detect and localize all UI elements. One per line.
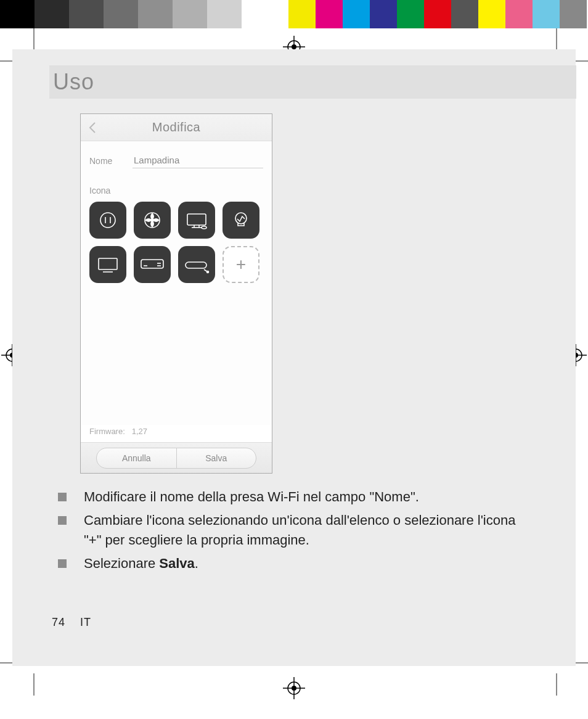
footer-button-group: Annulla Salva <box>96 448 256 469</box>
tv-icon[interactable] <box>89 246 126 283</box>
name-input[interactable] <box>133 152 263 168</box>
firmware-label: Firmware: 1,27 <box>89 427 147 436</box>
list-item-bold: Salva <box>159 556 195 571</box>
phone-footer: Annulla Salva <box>81 442 272 473</box>
bulb-icon[interactable] <box>223 202 259 239</box>
bullet-icon <box>58 516 67 525</box>
name-label: Nome <box>89 156 124 168</box>
desktop-icon[interactable] <box>178 202 215 239</box>
crop-mark <box>556 673 557 696</box>
cancel-button[interactable]: Annulla <box>97 448 177 468</box>
bullet-icon <box>58 493 67 501</box>
phone-screenshot: Modifica Nome Icona <box>80 113 272 474</box>
svg-point-15 <box>292 686 296 691</box>
soundbar-icon[interactable] <box>178 246 215 283</box>
list-item-text: Selezionare Salva. <box>84 554 198 573</box>
save-button[interactable]: Salva <box>177 448 256 468</box>
instruction-list: Modificare il nome della presa Wi-Fi nel… <box>55 487 530 577</box>
firmware-value: 1,27 <box>132 427 147 436</box>
phone-header: Modifica <box>81 114 272 141</box>
svg-rect-29 <box>141 260 163 268</box>
crop-mark <box>33 28 35 51</box>
list-item: Cambiare l'icona selezionando un'icona d… <box>55 511 530 550</box>
svg-rect-27 <box>99 258 117 269</box>
icon-grid: + <box>89 202 263 283</box>
bullet-icon <box>58 559 67 568</box>
section-heading-bar: Uso <box>49 65 576 99</box>
firmware-key: Firmware: <box>89 427 125 436</box>
svg-point-3 <box>292 44 296 49</box>
svg-point-34 <box>207 271 209 273</box>
phone-screen-title: Modifica <box>152 120 200 134</box>
svg-point-16 <box>100 213 115 228</box>
page-number: 74 <box>52 616 65 628</box>
name-field-row: Nome <box>89 152 263 168</box>
section-heading: Uso <box>53 69 94 95</box>
list-item: Modificare il nome della presa Wi-Fi nel… <box>55 487 530 507</box>
outlet-icon[interactable] <box>89 202 126 239</box>
registration-mark-bottom <box>283 677 305 699</box>
back-icon[interactable] <box>86 120 100 135</box>
list-item-prefix: Selezionare <box>84 556 159 571</box>
list-item-text: Modificare il nome della presa Wi-Fi nel… <box>84 487 419 507</box>
page-footer: 74 IT <box>52 616 91 629</box>
plus-icon: + <box>236 255 246 274</box>
list-item-suffix: . <box>195 556 198 571</box>
page-body: Uso Modifica Nome Icona <box>12 49 576 666</box>
svg-point-25 <box>202 226 206 229</box>
page-lang: IT <box>80 616 91 628</box>
svg-rect-33 <box>186 262 206 268</box>
crop-mark <box>33 673 35 696</box>
ac-icon[interactable] <box>134 246 171 283</box>
svg-rect-21 <box>187 214 206 225</box>
add-icon-button[interactable]: + <box>223 246 259 283</box>
list-item: Selezionare Salva. <box>55 554 530 573</box>
fan-icon[interactable] <box>134 202 171 239</box>
print-color-bar <box>0 0 588 28</box>
icon-section-label: Icona <box>89 186 263 195</box>
crop-mark <box>556 28 557 51</box>
list-item-text: Cambiare l'icona selezionando un'icona d… <box>84 511 530 550</box>
